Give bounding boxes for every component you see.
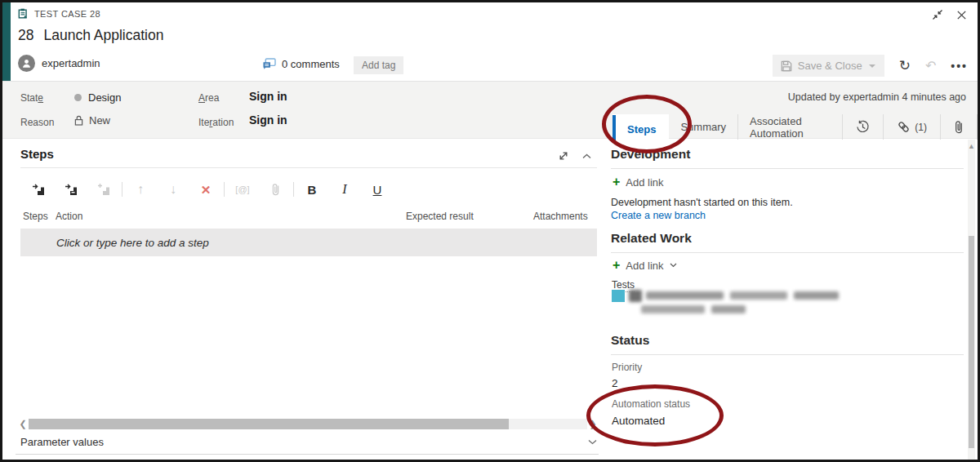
column-header-steps: Steps [23,211,48,222]
priority-label: Priority [612,362,642,373]
parameter-values-expand-chevron-icon[interactable] [588,439,597,445]
move-step-down-icon[interactable]: ↓ [157,180,189,199]
column-header-expected-result: Expected result [406,211,474,222]
toolbar-separator [293,182,294,197]
state-label: State [20,92,43,104]
save-close-label: Save & Close [798,60,862,72]
right-panel-tabs: Steps Summary Associated Automation (1) [612,114,978,140]
work-item-type-row: TEST CASE 28 [18,8,100,20]
scroll-right-icon[interactable]: ❯ [587,419,599,429]
assignee-avatar[interactable] [18,55,35,72]
iteration-value[interactable]: Sign in [249,113,287,127]
redacted-text [730,291,787,300]
parameter-values-label: Parameter values [20,436,104,448]
state-value: Design [88,91,121,104]
undo-icon[interactable]: ↶ [925,60,936,73]
work-item-type-label: TEST CASE 28 [34,9,100,19]
development-add-link-label: Add link [626,176,663,189]
close-icon[interactable] [956,8,968,21]
insert-parameter-icon[interactable]: [@] [226,182,259,198]
tab-attachments[interactable] [941,114,978,140]
steps-horizontal-scrollbar[interactable]: ❮ ❯ [17,417,599,430]
assignee-field[interactable]: expertadmin [42,57,100,69]
column-header-action: Action [56,211,82,222]
iteration-label: Iteration [198,117,234,128]
add-link-dropdown-chevron-icon [670,263,677,268]
development-divider [611,168,964,169]
toolbar-separator [224,182,225,197]
tab-links[interactable]: (1) [884,114,941,140]
tab-summary-label: Summary [680,121,726,133]
steps-heading-divider [20,167,597,168]
refresh-icon[interactable]: ↻ [899,59,911,73]
state-field[interactable]: Design [74,91,121,104]
hscroll-thumb[interactable] [29,419,509,429]
restore-window-icon[interactable] [931,8,944,21]
area-value[interactable]: Sign in [249,90,287,103]
priority-value[interactable]: 2 [612,377,618,389]
reason-field: New [74,114,110,127]
development-message: Development hasn't started on this item. [611,197,793,208]
underline-button[interactable]: U [361,180,394,199]
bold-button[interactable]: B [296,180,328,199]
state-color-dot [74,94,82,101]
right-panel-scrollbar[interactable]: ▲ [968,140,975,460]
expand-steps-icon[interactable] [558,150,569,162]
more-actions-icon[interactable]: ••• [951,60,968,72]
tab-associated-automation-label: Associated Automation [750,115,831,140]
test-case-icon [18,8,29,20]
add-step-placeholder-text: Click or type here to add a step [56,237,209,249]
test-case-window: TEST CASE 28 28 Launch Application exper… [0,0,980,462]
tab-summary[interactable]: Summary [669,114,738,140]
italic-button[interactable]: I [328,180,361,199]
status-heading: Status [611,333,649,348]
tab-history[interactable] [843,114,884,140]
paperclip-icon [954,120,964,134]
save-close-button[interactable]: Save & Close [773,55,884,77]
tab-associated-automation[interactable]: Associated Automation [738,114,843,140]
collapse-section-chevron-icon[interactable] [582,153,591,159]
comments-button[interactable]: 0 comments [262,58,340,70]
insert-shared-steps-icon[interactable] [87,180,120,199]
delete-step-icon[interactable]: ✕ [189,180,222,199]
save-dropdown-chevron-icon[interactable] [868,63,876,69]
related-work-heading: Related Work [611,231,692,246]
reason-label: Reason [20,117,54,128]
create-branch-link[interactable]: Create a new branch [611,210,706,221]
status-divider [611,354,964,355]
related-work-add-link-button[interactable]: + Add link [612,259,677,272]
automation-status-value[interactable]: Automated [612,415,665,427]
link-icon [897,120,911,134]
reason-value: New [89,114,110,127]
add-tag-button[interactable]: Add tag [354,56,403,74]
area-label: Area [198,92,219,104]
move-step-up-icon[interactable]: ↑ [124,180,157,199]
attach-to-step-icon[interactable] [259,180,292,199]
related-work-divider [611,252,964,253]
scroll-up-icon[interactable]: ▲ [968,142,975,150]
related-test-item[interactable] [612,290,839,313]
redacted-work-item-icon [629,290,642,302]
redacted-text [646,291,724,300]
insert-step-icon[interactable] [55,180,87,199]
redacted-text [794,291,839,300]
test-suite-icon [612,290,625,302]
tab-steps-label: Steps [627,123,656,135]
development-add-link-button[interactable]: + Add link [612,175,664,189]
work-item-title-field[interactable]: Launch Application [43,27,163,44]
vscroll-thumb[interactable] [969,236,974,448]
column-header-attachments: Attachments [533,211,588,222]
plus-icon: + [612,259,620,272]
hscroll-track[interactable] [29,419,587,429]
add-step-icon[interactable] [22,180,55,199]
tab-steps[interactable]: Steps [612,114,669,144]
steps-toolbar: ↑ ↓ ✕ [@] B I U [22,176,594,202]
work-item-id: 28 [18,27,33,44]
comments-icon [262,58,276,70]
add-step-placeholder-row[interactable]: Click or type here to add a step [20,229,597,256]
scroll-left-icon[interactable]: ❮ [17,419,29,429]
automation-status-label: Automation status [612,398,690,410]
parameter-values-divider [16,454,599,455]
plus-icon: + [612,175,620,189]
save-icon [781,60,792,72]
